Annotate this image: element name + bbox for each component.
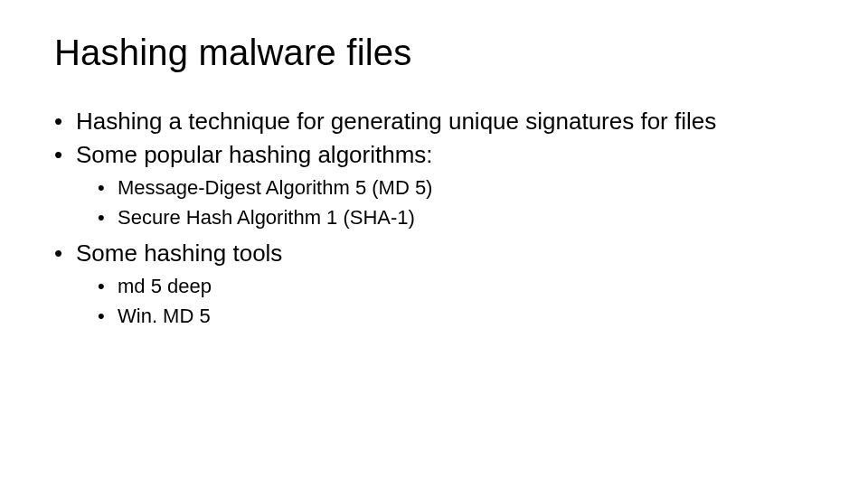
- sub-bullet-list: Message-Digest Algorithm 5 (MD 5) Secure…: [98, 174, 814, 232]
- sub-bullet-text: Message-Digest Algorithm 5 (MD 5): [118, 176, 432, 199]
- sub-list-item: Secure Hash Algorithm 1 (SHA-1): [98, 204, 814, 232]
- sub-list-item: md 5 deep: [98, 273, 814, 301]
- sub-bullet-text: md 5 deep: [118, 275, 212, 297]
- bullet-text: Some popular hashing algorithms:: [76, 141, 433, 168]
- slide-title: Hashing malware files: [54, 33, 814, 73]
- sub-list-item: Win. MD 5: [98, 303, 814, 331]
- sub-bullet-text: Secure Hash Algorithm 1 (SHA-1): [118, 206, 415, 229]
- sub-bullet-text: Win. MD 5: [118, 305, 211, 327]
- list-item: Hashing a technique for generating uniqu…: [54, 106, 814, 137]
- slide: Hashing malware files Hashing a techniqu…: [0, 0, 868, 488]
- bullet-text: Some hashing tools: [76, 239, 282, 267]
- bullet-list: Hashing a technique for generating uniqu…: [54, 106, 814, 330]
- sub-list-item: Message-Digest Algorithm 5 (MD 5): [98, 174, 814, 202]
- list-item: Some hashing tools md 5 deep Win. MD 5: [54, 238, 814, 331]
- list-item: Some popular hashing algorithms: Message…: [54, 139, 814, 232]
- bullet-text: Hashing a technique for generating uniqu…: [76, 108, 716, 135]
- sub-bullet-list: md 5 deep Win. MD 5: [98, 273, 814, 331]
